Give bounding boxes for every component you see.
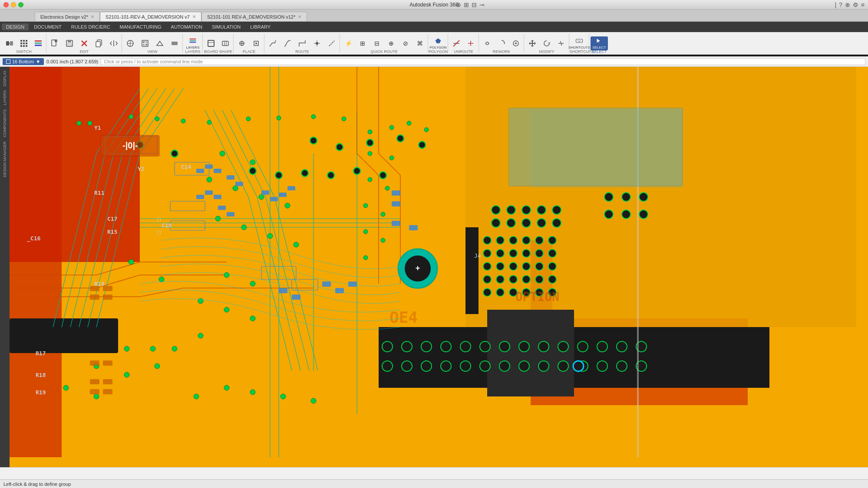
command-input[interactable]: Click or press / to activate command lin… (101, 58, 865, 65)
qr5-btn[interactable]: ⊘ (399, 36, 413, 50)
svg-point-129 (492, 206, 500, 214)
svg-point-91 (407, 121, 411, 125)
new-doc-btn[interactable] (48, 36, 62, 50)
svg-point-141 (421, 341, 432, 352)
tab-pcb-v7[interactable]: S2101-101-REV-A_DEMOVERSION v7 ✕ (100, 12, 201, 21)
copy-btn[interactable] (92, 36, 106, 50)
svg-rect-0 (6, 41, 9, 46)
panel-label-layers: LAYERS (3, 90, 7, 105)
svg-rect-12 (35, 43, 42, 44)
rework3-btn[interactable] (509, 36, 523, 50)
win-btn-right4[interactable]: ≡ (861, 1, 865, 8)
close-button[interactable] (3, 2, 9, 7)
grid-btn[interactable] (17, 36, 31, 50)
svg-rect-225 (205, 190, 213, 195)
modify-label: MODIFY (525, 49, 569, 54)
route4-btn[interactable] (310, 36, 324, 50)
pcb-svg[interactable]: + (10, 67, 868, 467)
statusbar (0, 467, 868, 479)
svg-rect-40 (576, 39, 583, 43)
boardshape1-btn[interactable] (204, 36, 218, 50)
place2-btn[interactable] (249, 36, 263, 50)
unroute2-btn[interactable] (464, 36, 478, 50)
view2-btn[interactable] (138, 36, 152, 50)
svg-point-101 (363, 255, 368, 260)
pcb-canvas-area[interactable]: DISPLAY LAYERS COMPONENTS DESIGN MANAGER (0, 67, 868, 467)
svg-point-130 (507, 206, 515, 214)
svg-rect-248 (90, 360, 99, 366)
route3-btn[interactable] (295, 36, 309, 50)
menu-library[interactable]: LIBRARY (246, 23, 275, 30)
boardshape2-btn[interactable] (218, 36, 232, 50)
menu-automation[interactable]: AUTOMATION (167, 23, 207, 30)
rework2-btn[interactable] (495, 36, 508, 50)
win-btn-left4[interactable]: ⊸ (479, 1, 485, 8)
view3-btn[interactable] (153, 36, 167, 50)
switch-btn[interactable] (3, 36, 17, 50)
qr1-btn[interactable]: ⚡ (341, 36, 355, 50)
svg-point-187 (496, 275, 504, 283)
menu-document[interactable]: DOCUMENT (30, 23, 66, 30)
svg-rect-241 (348, 282, 357, 287)
toolbar-group-place: PLACE (234, 34, 264, 53)
tab-electronics-close[interactable]: ✕ (91, 14, 94, 19)
menu-manufacturing[interactable]: MANUFACTURING (116, 23, 166, 30)
svg-point-134 (492, 219, 500, 227)
win-btn-right3[interactable]: ⚙ (853, 1, 858, 8)
svg-rect-238 (409, 225, 418, 230)
svg-point-88 (159, 277, 164, 282)
layers-panel-btn[interactable]: LAYERS (184, 36, 201, 50)
view4-btn[interactable] (168, 36, 182, 50)
svg-point-72 (233, 186, 238, 191)
svg-point-147 (538, 341, 549, 352)
toolbar-group-rework: REWORK (479, 34, 524, 53)
toolbar-group-unroute: UNROUTE (449, 34, 479, 53)
rework1-btn[interactable] (480, 36, 494, 50)
svg-point-153 (382, 361, 393, 371)
menu-design[interactable]: DESIGN (2, 23, 29, 30)
svg-point-108 (194, 394, 199, 399)
qr2-btn[interactable]: ⊞ (356, 36, 370, 50)
svg-point-169 (496, 236, 504, 244)
modify1-btn[interactable] (525, 36, 539, 50)
view1-btn[interactable] (123, 36, 137, 50)
maximize-button[interactable] (18, 2, 23, 7)
modify3-btn[interactable] (554, 36, 568, 50)
qr6-btn[interactable]: ⌘ (413, 36, 427, 50)
menu-simulation[interactable]: SIMULATION (208, 23, 245, 30)
route5-btn[interactable] (325, 36, 339, 50)
svg-point-110 (250, 390, 255, 395)
win-btn-left1[interactable]: ⊕ (456, 1, 461, 8)
delete-btn[interactable] (77, 36, 91, 50)
select-btn[interactable]: SELECT (591, 36, 608, 50)
win-btn-left3[interactable]: ⊟ (472, 1, 477, 8)
tab-pcb-v12-close[interactable]: ✕ (298, 14, 301, 19)
qr3-btn[interactable]: ⊟ (370, 36, 384, 50)
win-btn-left2[interactable]: ⊞ (464, 1, 469, 8)
modify2-btn[interactable] (540, 36, 554, 50)
layer-selector[interactable]: 16 Bottom ▼ (3, 58, 44, 65)
unroute1-btn[interactable] (449, 36, 463, 50)
svg-point-162 (558, 361, 568, 371)
tab-electronics[interactable]: Electronics Design v2* ✕ (35, 12, 100, 21)
svg-point-98 (381, 212, 385, 216)
menu-rules[interactable]: RULES DRC/ERC (67, 23, 115, 30)
svg-rect-49 (10, 318, 118, 353)
route1-btn[interactable] (266, 36, 280, 50)
minimize-button[interactable] (11, 2, 16, 7)
svg-point-76 (241, 225, 247, 230)
win-btn-right2[interactable]: ⊕ (845, 1, 850, 8)
route2-btn[interactable] (281, 36, 294, 50)
polygon-btn[interactable]: POLYGON (429, 36, 447, 50)
win-btn-right1[interactable]: ? (839, 1, 842, 8)
layers-btn[interactable] (31, 36, 45, 50)
shortcuts-btn[interactable]: SHORTCUTS (571, 36, 588, 50)
tab-pcb-v12[interactable]: S2101-101 REV-A_DEMOVERSION v12* ✕ (201, 12, 307, 21)
save-btn[interactable] (63, 36, 76, 50)
svg-rect-29 (190, 40, 196, 41)
place1-btn[interactable] (235, 36, 249, 50)
tab-pcb-v7-close[interactable]: ✕ (192, 14, 196, 19)
svg-rect-230 (227, 212, 234, 216)
qr4-btn[interactable]: ⊕ (384, 36, 398, 50)
mirror-btn[interactable] (107, 36, 121, 50)
